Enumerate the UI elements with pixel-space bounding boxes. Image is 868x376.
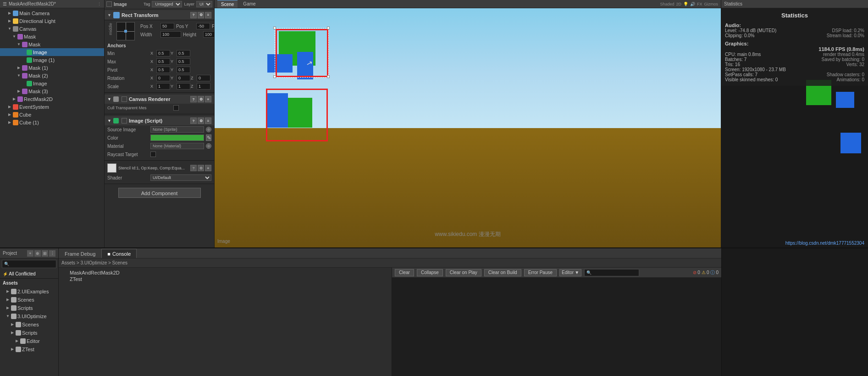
add-component-button[interactable]: Add Component [118, 188, 201, 198]
canvas-renderer-checkbox[interactable] [122, 96, 127, 102]
hierarchy-item-cube-1[interactable]: Cube (1) [0, 118, 104, 126]
scene-tab[interactable]: Scene [217, 0, 238, 8]
handle-bl[interactable] [273, 75, 276, 78]
project-filter-btn[interactable]: ⊞ [42, 250, 48, 257]
rot-y-field[interactable]: 0 [177, 75, 190, 81]
image-script-checkbox[interactable] [122, 118, 127, 123]
raycast-checkbox[interactable] [150, 152, 156, 157]
game-tab[interactable]: Game [239, 0, 259, 8]
url-bar[interactable]: https://blog.csdn.net/dmk17771552304 [785, 241, 864, 246]
min-x-field[interactable]: 0.5 [156, 50, 170, 56]
layer-select[interactable]: UI [196, 1, 212, 7]
editor-item[interactable]: Editor [2, 337, 56, 345]
min-y-field[interactable]: 0.5 [177, 50, 190, 56]
hierarchy-item-mask[interactable]: Mask [0, 33, 104, 40]
shader-select[interactable]: UI/Default [150, 174, 211, 181]
ztest-item[interactable]: ZTest [2, 345, 56, 353]
source-image-label: Source Image [107, 127, 149, 132]
width-field[interactable]: 100 [160, 31, 181, 38]
clear-on-play-button[interactable]: Clear on Play [446, 269, 481, 276]
hierarchy-item-main-camera[interactable]: Main Camera [0, 9, 104, 17]
project-add-btn[interactable]: + [27, 250, 33, 257]
scale-y-field[interactable]: 1 [177, 83, 190, 90]
color-field[interactable] [150, 135, 204, 141]
rot-z-field[interactable]: 0 [197, 75, 210, 81]
y-label-max: Y [171, 58, 176, 65]
project-more-btn[interactable]: ⋮ [49, 250, 55, 257]
height-field[interactable]: 100 [203, 31, 215, 38]
scenes-item[interactable]: Scenes [2, 296, 56, 303]
x-label-pivot: X [150, 67, 156, 73]
hierarchy-item-image-1[interactable]: Image (1) [0, 56, 104, 64]
active-checkbox[interactable] [106, 1, 112, 7]
material-select[interactable]: ◎ [206, 143, 211, 149]
cull-transparent-checkbox[interactable] [173, 105, 179, 111]
hierarchy-item-image[interactable]: Image [0, 48, 104, 56]
stencil-more-icon[interactable]: ≡ [205, 165, 211, 171]
handle-tr[interactable] [327, 27, 330, 29]
frame-debug-tab[interactable]: Frame Debug [59, 249, 101, 258]
hierarchy-menu-icon[interactable]: ⋮ [97, 2, 101, 6]
hierarchy-item-mask-3[interactable]: Mask (3) [0, 87, 104, 95]
hierarchy-item-mask-2[interactable]: Mask (2) [0, 72, 104, 79]
hierarchy-item-rect-mask[interactable]: RectMask2D [0, 95, 104, 103]
pivot-y-field[interactable]: 0.5 [177, 67, 190, 73]
tag-select[interactable]: Untagged [152, 1, 182, 7]
collapse-button[interactable]: Collapse [417, 269, 443, 276]
source-image-select[interactable]: ◎ [206, 127, 211, 132]
cr-settings-icon[interactable]: ⚙ [198, 96, 204, 102]
all-conflicted-filter[interactable]: ⚡ All Conflicted [0, 269, 58, 278]
handle-tl[interactable] [273, 27, 276, 29]
scale-z-field[interactable]: 1 [197, 83, 210, 90]
clear-button[interactable]: Clear [395, 269, 414, 276]
material-field[interactable]: None (Material) [150, 143, 204, 149]
hierarchy-item-event-system[interactable]: EventSystem [0, 103, 104, 111]
ui-optimize-item[interactable]: 3.UIOptimize [2, 312, 56, 320]
scripts-item[interactable]: Scripts [2, 304, 56, 312]
cr-ref-icon[interactable]: ? [190, 96, 197, 102]
editor-dropdown[interactable]: Editor ▼ [559, 269, 581, 276]
asset-item-ztest[interactable]: ZTest [61, 276, 390, 282]
ui-examples-item[interactable]: 2.UIExamples [2, 287, 56, 295]
settings-icon[interactable]: ⚙ [198, 12, 204, 18]
rot-x-field[interactable]: 0 [156, 75, 170, 81]
fx-btn[interactable]: FX [697, 2, 702, 6]
stencil-ref-icon[interactable]: ? [190, 165, 197, 171]
lighting-btn[interactable]: 💡 [683, 2, 688, 6]
hierarchy-item-canvas[interactable]: Canvas [0, 25, 104, 33]
anchor-display[interactable] [116, 22, 135, 40]
2d-btn[interactable]: 2D [676, 2, 681, 6]
console-search-input[interactable] [592, 270, 650, 275]
color-edit-btn[interactable]: ✎ [206, 135, 211, 141]
gizmos-btn[interactable]: Gizmos [704, 2, 718, 6]
project-search-input[interactable] [10, 262, 54, 267]
stencil-settings-icon[interactable]: ⚙ [198, 165, 204, 171]
console-tab[interactable]: ■ Console [101, 249, 137, 258]
source-image-field[interactable]: None (Sprite) [150, 126, 204, 133]
scenes2-item[interactable]: Scenes [2, 320, 56, 328]
pos-y-field[interactable]: -50 [196, 23, 210, 29]
asset-item-mask[interactable]: MaskAndRectMask2D [61, 269, 390, 276]
is-more-icon[interactable]: ≡ [205, 118, 211, 124]
hierarchy-item-mask-inner[interactable]: Mask [0, 40, 104, 48]
audio-btn[interactable]: 🔊 [690, 2, 695, 6]
max-y-field[interactable]: 0.5 [177, 58, 190, 65]
cr-more-icon[interactable]: ≡ [205, 96, 211, 102]
hierarchy-item-image-sub[interactable]: Image [0, 79, 104, 87]
project-search-btn[interactable]: ⊕ [34, 250, 41, 257]
max-x-field[interactable]: 0.5 [156, 58, 170, 65]
reference-icon[interactable]: ? [190, 12, 197, 18]
scripts2-item[interactable]: Scripts [2, 329, 56, 337]
hierarchy-item-cube[interactable]: Cube [0, 111, 104, 118]
pivot-x-field[interactable]: 0.5 [156, 67, 170, 73]
pos-x-field[interactable]: 50 [160, 23, 174, 29]
scale-x-field[interactable]: 1 [156, 83, 170, 90]
is-settings-icon[interactable]: ⚙ [198, 118, 204, 124]
error-pause-button[interactable]: Error Pause [524, 269, 557, 276]
hierarchy-item-mask-1[interactable]: Mask (1) [0, 64, 104, 72]
more-icon[interactable]: ≡ [205, 12, 211, 18]
clear-on-build-button[interactable]: Clear on Build [484, 269, 521, 276]
is-ref-icon[interactable]: ? [190, 118, 197, 124]
hierarchy-item-directional-light[interactable]: Directional Light [0, 17, 104, 25]
handle-br[interactable] [327, 75, 330, 78]
